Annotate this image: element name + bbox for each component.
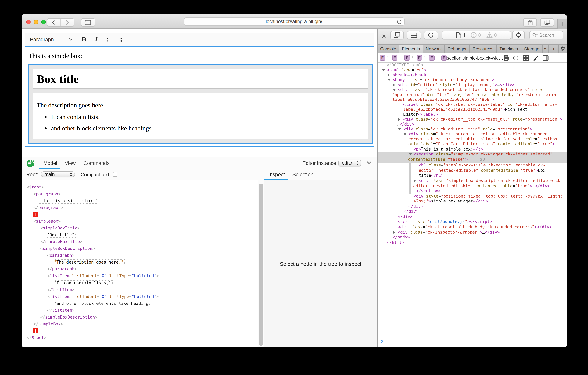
dom-tree-line[interactable]: <div class="ck ck-content ck-editor__edi… (409, 132, 550, 137)
ckeditor-editable-area[interactable]: This is a simple box: Box title The desc… (25, 46, 374, 147)
model-tree-scrollbar[interactable] (257, 180, 264, 347)
model-tree-line[interactable]: <$root> (27, 184, 44, 190)
model-tree-line[interactable]: [ (33, 211, 37, 217)
print-icon[interactable] (503, 55, 509, 61)
forward-button[interactable] (60, 19, 74, 26)
breadcrumb-element-badge[interactable]: E (404, 55, 410, 60)
model-tree-line[interactable]: "and other block elements like headings.… (53, 300, 157, 306)
devtools-tab-settings[interactable] (559, 44, 567, 53)
back-button[interactable] (47, 19, 60, 26)
devtools-tab-debugger[interactable]: Debugger (445, 44, 470, 53)
styles-brush-icon[interactable] (533, 55, 539, 61)
disclosure-collapsed-icon[interactable] (393, 83, 395, 87)
model-tree-line[interactable]: "The description goes here." (53, 260, 125, 265)
devtools-tab-[interactable]: + (549, 44, 559, 53)
layout-grid-icon[interactable] (523, 55, 529, 61)
dom-tree-line[interactable]: <div id="editor" style="display: none;">… (398, 82, 515, 87)
simple-box-description[interactable]: The description goes here. It can contai… (33, 92, 368, 139)
quick-console[interactable] (378, 336, 567, 347)
model-tree-line[interactable]: </paragraph> (33, 205, 63, 210)
disclosure-expanded-icon[interactable] (403, 133, 407, 136)
disclosure-expanded-icon[interactable] (398, 128, 401, 131)
simple-box-widget[interactable]: Box title The description goes here. It … (27, 64, 373, 144)
model-tree-line[interactable]: </simpleBoxDescription> (40, 314, 97, 320)
model-tree[interactable]: <$root><paragraph>"This is a simple box:… (21, 180, 257, 347)
dom-tree-line[interactable]: <p>This is a simple box:</p> (414, 146, 483, 152)
dom-tree-line[interactable]: title</h1> (419, 173, 443, 178)
window-zoom-button[interactable] (41, 20, 46, 24)
dom-tree-line[interactable]: label_e63cbbfece34c53ce23501062343f49b8"… (392, 97, 494, 102)
details-sidebar-icon[interactable] (543, 55, 549, 61)
dom-tree-line[interactable]: <section class="simple-box ck-widget ck-… (414, 152, 553, 157)
close-icon[interactable] (381, 33, 387, 39)
window-minimize-button[interactable] (34, 20, 38, 24)
breadcrumb-element-badge[interactable]: E (380, 55, 385, 60)
breadcrumb-element-badge[interactable]: E (441, 55, 447, 60)
model-tree-line[interactable]: <simpleBoxTitle> (40, 225, 80, 231)
model-tree-line[interactable]: </listItem> (47, 287, 74, 293)
reload-icon[interactable] (397, 19, 402, 25)
inspector-reload-button[interactable] (424, 31, 438, 39)
dom-tree-line[interactable]: aria-label="Rich Text Editor, main" cont… (409, 142, 555, 146)
root-select[interactable]: main (41, 171, 75, 177)
compact-text-checkbox[interactable] (113, 172, 117, 177)
dom-tree-line[interactable]: 42px;">simple box widget</div> (414, 199, 488, 204)
dom-tree-line[interactable]: <div style="position: fixed; top: 0px; l… (414, 194, 563, 199)
devtools-tab-[interactable]: » (543, 44, 549, 53)
tab-model[interactable]: Model (43, 157, 57, 169)
dom-tree-line[interactable]: </html> (387, 240, 404, 245)
dom-tree-line[interactable]: <head>…</head> (392, 72, 427, 77)
dom-tree-line[interactable]: corners ck-editor__editable_inline ck-fo… (409, 137, 560, 142)
dom-tree-line[interactable]: label_e63cbbfece34c53ce23501062343f49b8"… (403, 107, 527, 112)
dom-tree-line[interactable]: editor__nested-editable" contenteditable… (413, 183, 550, 188)
italic-button[interactable]: I (90, 36, 103, 43)
model-tree-line[interactable]: "This is a simple box:" (39, 198, 99, 204)
dom-tree-line[interactable]: <script src="dist/bundle.js"></script> (398, 219, 492, 224)
dom-tree-line[interactable]: <div class="ck ck-reset_all ck-body ck-r… (398, 224, 552, 230)
model-tree-line[interactable]: "Box title" (46, 232, 76, 238)
tab-view[interactable]: View (65, 157, 76, 169)
inspector-search-field[interactable]: Search (529, 31, 564, 39)
dom-tree-line[interactable]: Editor</label> (403, 112, 438, 117)
new-tab-button[interactable] (557, 19, 567, 29)
sidebar-toggle-button[interactable] (81, 18, 95, 27)
dom-tree-line[interactable]: editor__nested-editable" contenteditable… (419, 168, 545, 173)
model-tree-line[interactable]: </$root> (27, 335, 47, 341)
dom-tree-line[interactable]: <body class="ck-inspector-body-expanded"… (392, 77, 494, 82)
model-tree-line[interactable]: </paragraph> (47, 266, 77, 272)
disclosure-expanded-icon[interactable] (409, 153, 412, 155)
dom-tree-line[interactable]: </body> (392, 235, 410, 240)
dom-tree[interactable]: <!DOCTYPE html><html lang="en"><head>…</… (378, 63, 567, 336)
model-tree-line[interactable]: <paragraph> (33, 191, 61, 197)
dom-tree-line[interactable]: </div> (403, 209, 419, 214)
disclosure-collapsed-icon[interactable] (398, 118, 400, 121)
devtools-tab-resources[interactable]: Resources (470, 44, 496, 53)
dom-tree-line[interactable]: "application" dir="ltr" lang="en" aria-l… (392, 92, 559, 97)
address-bar[interactable]: localhost/creating-a-plugin/ (184, 17, 404, 26)
disclosure-expanded-icon[interactable] (393, 89, 396, 91)
dom-tree-line[interactable]: <div class="ck ck-reset ck-editor ck-rou… (398, 87, 545, 92)
disclosure-collapsed-icon[interactable] (414, 179, 416, 182)
dock-bottom-button[interactable] (407, 31, 421, 39)
devtools-tab-storage[interactable]: Storage (521, 44, 543, 53)
disclosure-expanded-icon[interactable] (388, 79, 391, 81)
breadcrumb-element-badge[interactable]: E (429, 55, 435, 60)
resource-counters[interactable]: 4 0 0 (442, 31, 511, 39)
disclosure-collapsed-icon[interactable] (393, 231, 395, 234)
model-tree-line[interactable]: ] (33, 328, 37, 334)
dom-tree-line[interactable]: <div class="ck-inspector-wrapper">…</div… (398, 230, 500, 235)
devtools-tab-timelines[interactable]: Timelines (496, 44, 521, 53)
dom-tree-line[interactable]: <label class="ck ck-label ck-voice-label… (403, 102, 557, 107)
tab-commands[interactable]: Commands (83, 157, 109, 169)
bold-button[interactable]: B (78, 36, 90, 43)
dom-tree-line[interactable]: <!DOCTYPE html> (387, 62, 424, 67)
bulleted-list-button[interactable] (116, 37, 130, 42)
tab-overview-button[interactable] (540, 18, 554, 27)
model-tree-line[interactable]: </simpleBoxTitle> (40, 239, 82, 244)
dom-tree-line[interactable]: …</div> (397, 122, 414, 127)
dom-tree-line[interactable]: <div class="simple-box-description ck-ed… (419, 178, 563, 183)
devtools-tab-console[interactable]: Console (378, 44, 399, 53)
model-tree-line[interactable]: "It can contain lists," (53, 280, 113, 286)
dom-tree-line[interactable]: </section> (416, 188, 441, 194)
source-code-icon[interactable] (512, 55, 518, 61)
